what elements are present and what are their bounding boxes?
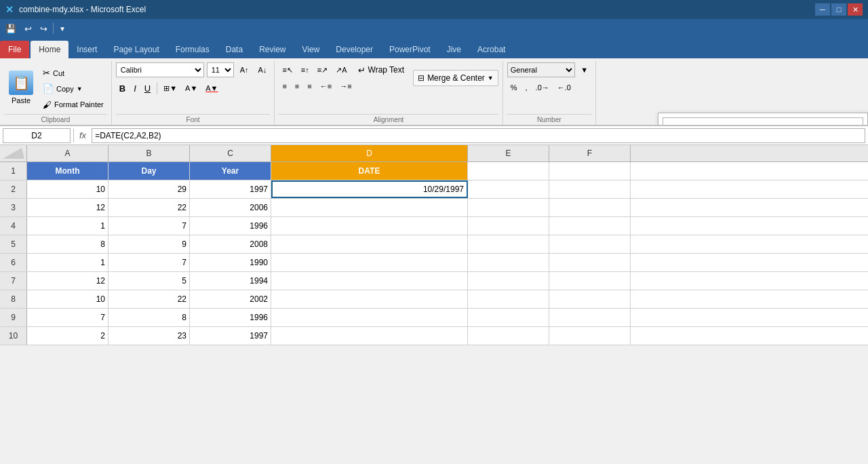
cell-f5[interactable] bbox=[549, 235, 631, 253]
font-color-button[interactable]: A▼ bbox=[202, 81, 221, 96]
tab-insert[interactable]: Insert bbox=[68, 41, 105, 58]
qa-dropdown-button[interactable]: ▼ bbox=[56, 24, 68, 34]
row-number-4[interactable]: 4 bbox=[0, 217, 27, 235]
cell-b1[interactable]: Day bbox=[108, 162, 190, 180]
bold-button[interactable]: B bbox=[116, 81, 129, 96]
cell-e7[interactable] bbox=[468, 272, 549, 290]
row-number-5[interactable]: 5 bbox=[0, 235, 27, 253]
number-format-select[interactable]: General bbox=[507, 62, 575, 77]
tab-home[interactable]: Home bbox=[31, 41, 68, 58]
cell-a1[interactable]: Month bbox=[27, 162, 108, 180]
font-size-select[interactable]: 11 bbox=[207, 62, 234, 77]
row-number-1[interactable]: 1 bbox=[0, 162, 27, 180]
increase-indent-button[interactable]: →≡ bbox=[336, 79, 355, 94]
cell-a8[interactable]: 10 bbox=[27, 290, 108, 308]
cell-b6[interactable]: 7 bbox=[108, 254, 190, 271]
cell-f4[interactable] bbox=[549, 217, 631, 235]
cell-b5[interactable]: 9 bbox=[108, 235, 190, 253]
tab-acrobat[interactable]: Acrobat bbox=[469, 41, 513, 58]
italic-button[interactable]: I bbox=[130, 81, 140, 96]
cell-b9[interactable]: 8 bbox=[108, 309, 190, 326]
cell-c9[interactable]: 1996 bbox=[190, 309, 271, 326]
align-left-button[interactable]: ≡ bbox=[279, 79, 290, 94]
cut-button[interactable]: ✂ Cut bbox=[39, 66, 107, 80]
row-number-10[interactable]: 10 bbox=[0, 327, 27, 345]
cell-f6[interactable] bbox=[549, 254, 631, 271]
col-header-d[interactable]: D bbox=[271, 145, 468, 161]
row-number-2[interactable]: 2 bbox=[0, 180, 27, 198]
decrease-indent-button[interactable]: ←≡ bbox=[317, 79, 335, 94]
merge-center-button[interactable]: ⊟ Merge & Center ▼ bbox=[413, 70, 498, 86]
align-right-button[interactable]: ≡ bbox=[304, 79, 315, 94]
col-header-e[interactable]: E bbox=[468, 145, 549, 161]
paste-button[interactable]: 📋 Paste bbox=[4, 62, 38, 113]
row-number-8[interactable]: 8 bbox=[0, 290, 27, 308]
font-name-select[interactable]: Calibri bbox=[116, 62, 204, 77]
cell-c3[interactable]: 2006 bbox=[190, 199, 271, 216]
cell-e6[interactable] bbox=[468, 254, 549, 271]
align-top-left-button[interactable]: ≡↖ bbox=[279, 62, 296, 77]
decrease-decimal-button[interactable]: ←.0 bbox=[554, 80, 574, 95]
cell-b3[interactable]: 22 bbox=[108, 199, 190, 216]
minimize-button[interactable]: ─ bbox=[815, 3, 830, 16]
cell-e1[interactable] bbox=[468, 162, 549, 180]
formula-input[interactable] bbox=[92, 128, 865, 143]
format-search-input[interactable] bbox=[663, 117, 863, 126]
number-format-expand[interactable]: ▼ bbox=[578, 62, 591, 77]
cell-e4[interactable] bbox=[468, 217, 549, 235]
tab-view[interactable]: View bbox=[294, 41, 328, 58]
cell-a4[interactable]: 1 bbox=[27, 217, 108, 235]
cell-a7[interactable]: 12 bbox=[27, 272, 108, 290]
cell-e8[interactable] bbox=[468, 290, 549, 308]
tab-formulas[interactable]: Formulas bbox=[167, 41, 218, 58]
cell-d5[interactable] bbox=[271, 235, 468, 253]
row-number-7[interactable]: 7 bbox=[0, 272, 27, 290]
cell-e10[interactable] bbox=[468, 327, 549, 345]
close-button[interactable]: ✕ bbox=[848, 3, 863, 16]
name-box[interactable] bbox=[3, 128, 71, 143]
cell-e3[interactable] bbox=[468, 199, 549, 216]
align-top-right-button[interactable]: ≡↗ bbox=[314, 62, 331, 77]
corner-cell[interactable] bbox=[0, 145, 27, 161]
tab-developer[interactable]: Developer bbox=[328, 41, 381, 58]
cell-c6[interactable]: 1990 bbox=[190, 254, 271, 271]
format-painter-button[interactable]: 🖌 Format Painter bbox=[39, 98, 107, 112]
save-qa-button[interactable]: 💾 bbox=[3, 22, 19, 35]
cell-d4[interactable] bbox=[271, 217, 468, 235]
cell-d1[interactable]: DATE bbox=[271, 162, 468, 180]
maximize-button[interactable]: □ bbox=[831, 3, 846, 16]
cell-c1[interactable]: Year bbox=[190, 162, 271, 180]
cell-b2[interactable]: 29 bbox=[108, 180, 190, 198]
fill-color-button[interactable]: A▼ bbox=[182, 81, 201, 96]
percent-button[interactable]: % bbox=[507, 80, 521, 95]
cell-d6[interactable] bbox=[271, 254, 468, 271]
col-header-f[interactable]: F bbox=[549, 145, 631, 161]
tab-jive[interactable]: Jive bbox=[439, 41, 469, 58]
cell-b4[interactable]: 7 bbox=[108, 217, 190, 235]
tab-review[interactable]: Review bbox=[251, 41, 294, 58]
tab-powerpivot[interactable]: PowerPivot bbox=[381, 41, 439, 58]
cell-e5[interactable] bbox=[468, 235, 549, 253]
orientation-button[interactable]: ↗A bbox=[332, 62, 350, 77]
undo-qa-button[interactable]: ↩ bbox=[22, 22, 35, 35]
cell-a3[interactable]: 12 bbox=[27, 199, 108, 216]
cell-c4[interactable]: 1996 bbox=[190, 217, 271, 235]
redo-qa-button[interactable]: ↪ bbox=[37, 22, 50, 35]
increase-decimal-button[interactable]: .0→ bbox=[532, 80, 553, 95]
underline-button[interactable]: U bbox=[141, 81, 154, 96]
col-header-a[interactable]: A bbox=[27, 145, 108, 161]
cell-b7[interactable]: 5 bbox=[108, 272, 190, 290]
cell-f3[interactable] bbox=[549, 199, 631, 216]
cell-d10[interactable] bbox=[271, 327, 468, 345]
borders-button[interactable]: ⊞▼ bbox=[160, 81, 180, 96]
cell-f10[interactable] bbox=[549, 327, 631, 345]
cell-b10[interactable]: 23 bbox=[108, 327, 190, 345]
col-header-c[interactable]: C bbox=[190, 145, 271, 161]
cell-d8[interactable] bbox=[271, 290, 468, 308]
copy-button[interactable]: 📄 Copy ▼ bbox=[39, 81, 107, 96]
cell-f1[interactable] bbox=[549, 162, 631, 180]
align-center-button[interactable]: ≡ bbox=[292, 79, 302, 94]
cell-a5[interactable]: 8 bbox=[27, 235, 108, 253]
cell-b8[interactable]: 22 bbox=[108, 290, 190, 308]
cell-c5[interactable]: 2008 bbox=[190, 235, 271, 253]
